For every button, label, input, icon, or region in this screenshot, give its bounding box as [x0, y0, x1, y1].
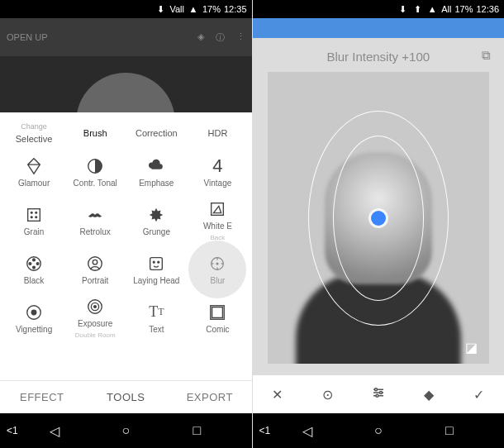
svg-point-27 [94, 306, 97, 308]
svg-point-5 [36, 216, 37, 217]
tool-grunge[interactable]: Grunge [126, 195, 187, 246]
tool-text[interactable]: TT Text [126, 293, 187, 344]
preview-thumb [0, 56, 252, 112]
svg-rect-14 [150, 257, 163, 269]
wifi-icon: ▲ [188, 3, 199, 15]
svg-point-10 [33, 266, 36, 269]
left-pane: ⬇ Vall ▲ 17% 12:35 OPEN UP ◈ ⓘ ⋮ Change … [0, 0, 253, 448]
tool-layinghead[interactable]: Laying Head [126, 246, 187, 293]
android-navbar-right: <1 ◁ ○ □ [253, 413, 505, 448]
reel-icon [25, 255, 43, 273]
frame-icon [208, 303, 226, 322]
tool-vintage[interactable]: 4 Vintage [187, 149, 248, 195]
face-icon [147, 255, 165, 273]
back-button[interactable]: ◁ [38, 423, 71, 439]
svg-point-35 [376, 394, 378, 397]
tool-retrolux[interactable]: Retrolux [64, 195, 126, 246]
svg-point-18 [217, 263, 219, 265]
shape-button[interactable]: ⊙ [302, 387, 353, 403]
tool-hdr[interactable]: HDR [187, 117, 248, 149]
tool-glamour[interactable]: Glamour [3, 149, 64, 195]
svg-point-8 [33, 259, 36, 261]
editor-area: Blur Intensity +100 ⧉ ◪ [253, 38, 505, 375]
tool-black[interactable]: Black [3, 246, 64, 293]
tool-brush[interactable]: Brush [64, 117, 126, 149]
mustache-icon [86, 206, 104, 224]
download-icon: ⬇ [397, 3, 408, 15]
photo-canvas[interactable]: ◪ [268, 72, 490, 364]
svg-point-34 [379, 392, 382, 394]
svg-rect-28 [212, 307, 223, 317]
bottom-tabs: EFFECT TOOLS EXPORT [0, 380, 252, 413]
editor-toolbar: ✕ ⊙ ◆ ✓ [253, 375, 505, 413]
svg-point-11 [29, 262, 31, 265]
svg-point-2 [31, 212, 32, 213]
battery-label: 17% [202, 4, 221, 14]
person-icon [86, 255, 104, 273]
network-label: All [441, 4, 451, 14]
tool-portrait[interactable]: Portrait [64, 246, 126, 293]
blur-center-handle[interactable] [371, 211, 386, 226]
tool-selective[interactable]: Change Selective [3, 117, 64, 149]
triangle-icon [208, 200, 226, 218]
home-button[interactable]: ○ [109, 423, 142, 438]
right-pane: ⬇ ⬆ ▲ All 17% 12:36 Blur Intensity +100 … [253, 0, 505, 448]
network-label: Vall [169, 4, 184, 14]
recent-button[interactable]: □ [433, 423, 466, 438]
diamond-icon [25, 157, 43, 175]
svg-point-12 [88, 256, 102, 270]
tool-emphasis[interactable]: Emphase [126, 149, 187, 195]
grain-icon [25, 206, 43, 224]
tab-export[interactable]: EXPORT [168, 391, 252, 403]
svg-point-13 [93, 260, 97, 265]
blur-intensity-label: Blur Intensity +100 ⧉ [253, 38, 505, 72]
svg-point-3 [36, 212, 37, 213]
tool-blur[interactable]: Blur [187, 246, 248, 293]
info-icon[interactable]: ⓘ [216, 31, 225, 44]
bookmark-icon[interactable]: ◪ [465, 340, 478, 355]
four-icon: 4 [208, 157, 226, 175]
battery-label: 17% [454, 4, 473, 14]
tool-correction[interactable]: Correction [126, 117, 187, 149]
home-button[interactable]: ○ [362, 423, 395, 438]
upload-icon: ⬆ [411, 3, 423, 15]
svg-point-15 [154, 261, 155, 263]
tool-vignetting[interactable]: Vignetting [3, 293, 64, 344]
adjust-button[interactable] [353, 385, 403, 403]
menu-icon[interactable]: ⋮ [236, 31, 245, 44]
text-icon: TT [147, 303, 165, 322]
svg-rect-1 [28, 208, 40, 221]
android-navbar-left: <1 ◁ ○ □ [0, 413, 252, 448]
cloud-icon [147, 157, 165, 175]
contrast-icon [86, 157, 104, 175]
compare-icon[interactable]: ⧉ [482, 48, 491, 63]
back-button[interactable]: ◁ [291, 423, 324, 439]
status-bar-right: ⬇ ⬆ ▲ All 17% 12:36 [253, 0, 505, 18]
grunge-icon [147, 206, 165, 224]
svg-point-4 [31, 216, 32, 217]
svg-point-16 [158, 261, 159, 263]
cancel-button[interactable]: ✕ [253, 387, 303, 403]
tool-exposure[interactable]: Exposure Double Room [64, 293, 126, 344]
wifi-icon: ▲ [426, 3, 438, 15]
target-icon [86, 298, 104, 316]
tab-tools[interactable]: TOOLS [84, 391, 169, 403]
tool-grain[interactable]: Grain [3, 195, 64, 246]
app-header: OPEN UP ◈ ⓘ ⋮ [0, 18, 252, 56]
svg-point-24 [31, 310, 36, 315]
recent-button[interactable]: □ [180, 423, 213, 438]
apply-button[interactable]: ✓ [454, 387, 504, 403]
open-label[interactable]: OPEN UP [7, 32, 48, 42]
svg-point-9 [36, 262, 39, 265]
transition-button[interactable]: ◆ [403, 387, 454, 403]
tool-contrast[interactable]: Contr. Tonal [64, 149, 126, 195]
app-bar [253, 18, 505, 38]
tab-effect[interactable]: EFFECT [0, 391, 84, 403]
time-label: 12:36 [476, 4, 499, 14]
tool-comic[interactable]: Comic [187, 293, 248, 344]
layers-icon[interactable]: ◈ [197, 31, 204, 44]
tool-whitee[interactable]: White E Back [187, 195, 248, 246]
blur-icon [208, 255, 226, 273]
tools-panel: Change Selective Brush Correction HDR Gl… [0, 112, 252, 380]
status-bar-left: ⬇ Vall ▲ 17% 12:35 [0, 0, 252, 18]
